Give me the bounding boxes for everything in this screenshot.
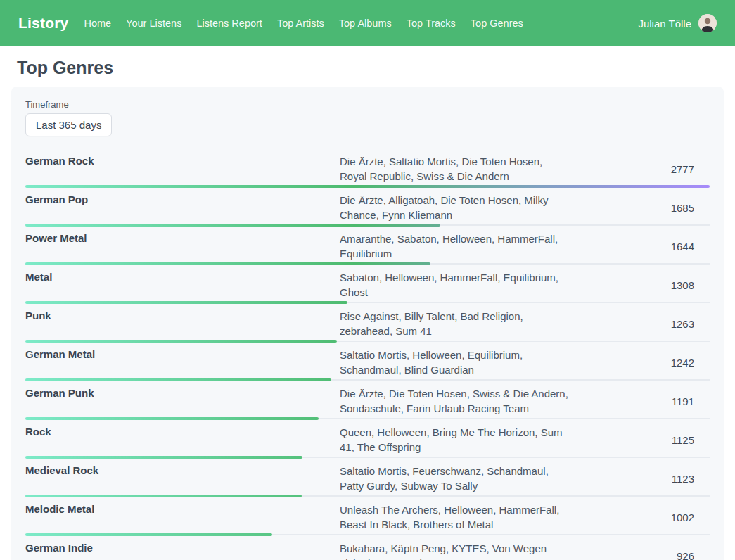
user-name: Julian Tölle xyxy=(638,18,691,30)
user-menu[interactable]: Julian Tölle xyxy=(638,14,717,32)
genre-row: Rock Queen, Helloween, Bring Me The Hori… xyxy=(25,420,710,459)
genre-count: 1685 xyxy=(569,202,710,214)
genre-artists: Bukahara, Käptn Peng, KYTES, Von Wegen L… xyxy=(340,541,569,560)
genre-name: German Metal xyxy=(25,348,340,377)
genre-row: Melodic Metal Unleash The Archers, Hello… xyxy=(25,497,710,536)
timeframe-filter: Timeframe Last 365 days xyxy=(25,99,710,136)
app-logo[interactable]: Listory xyxy=(18,15,68,32)
genre-artists: Saltatio Mortis, Helloween, Equilibrium,… xyxy=(340,348,569,377)
genre-row: German Indie Bukahara, Käptn Peng, KYTES… xyxy=(25,536,710,560)
genre-count: 1644 xyxy=(569,241,710,253)
nav-item-top-genres[interactable]: Top Genres xyxy=(471,18,523,29)
genre-name: Punk xyxy=(25,309,340,338)
genre-name: German Rock xyxy=(25,154,340,184)
timeframe-select[interactable]: Last 365 days xyxy=(25,113,112,136)
timeframe-label: Timeframe xyxy=(25,99,710,110)
main-content: Top Genres Timeframe Last 365 days Germa… xyxy=(0,58,735,560)
top-genres-card: Timeframe Last 365 days German Rock Die … xyxy=(11,87,724,560)
genre-count: 1308 xyxy=(569,279,710,291)
person-icon xyxy=(698,14,717,32)
genre-name: German Pop xyxy=(25,193,340,222)
genre-name: German Indie xyxy=(25,541,340,560)
genre-artists: Unleash The Archers, Helloween, HammerFa… xyxy=(340,502,569,532)
genre-artists: Saltatio Mortis, Feuerschwanz, Schandmau… xyxy=(340,464,569,493)
nav-item-listens-report[interactable]: Listens Report xyxy=(196,18,262,29)
main-nav: HomeYour ListensListens ReportTop Artist… xyxy=(84,18,523,29)
genre-artists: Queen, Helloween, Bring Me The Horizon, … xyxy=(340,425,569,454)
genre-name: Melodic Metal xyxy=(25,502,340,532)
genre-row: German Metal Saltatio Mortis, Helloween,… xyxy=(25,343,710,381)
genre-artists: Die Ärzte, Alligatoah, Die Toten Hosen, … xyxy=(340,193,569,222)
genre-row: Medieval Rock Saltatio Mortis, Feuerschw… xyxy=(25,459,710,497)
genre-name: Rock xyxy=(25,425,340,454)
genre-count: 1263 xyxy=(569,318,710,330)
app-header: Listory HomeYour ListensListens ReportTo… xyxy=(0,0,735,46)
genre-artists: Sabaton, Helloween, HammerFall, Equilibr… xyxy=(340,270,569,300)
genre-row: Punk Rise Against, Billy Talent, Bad Rel… xyxy=(25,304,710,343)
genre-count: 1191 xyxy=(569,395,710,407)
nav-item-top-tracks[interactable]: Top Tracks xyxy=(407,18,456,29)
genre-row: Metal Sabaton, Helloween, HammerFall, Eq… xyxy=(25,265,710,304)
genre-row: German Punk Die Ärzte, Die Toten Hosen, … xyxy=(25,381,710,420)
genre-artists: Die Ärzte, Saltatio Mortis, Die Toten Ho… xyxy=(340,154,569,184)
nav-item-your-listens[interactable]: Your Listens xyxy=(126,18,181,29)
genre-count: 1123 xyxy=(569,473,710,485)
genre-name: Metal xyxy=(25,270,340,300)
page-title: Top Genres xyxy=(17,58,724,78)
genre-count: 1002 xyxy=(569,511,710,523)
genre-name: German Punk xyxy=(25,386,340,416)
nav-item-top-artists[interactable]: Top Artists xyxy=(277,18,324,29)
genre-count: 1125 xyxy=(569,434,710,446)
genre-row: German Rock Die Ärzte, Saltatio Mortis, … xyxy=(25,149,710,188)
genre-artists: Rise Against, Billy Talent, Bad Religion… xyxy=(340,309,569,338)
genre-name: Power Metal xyxy=(25,231,340,261)
genre-count: 1242 xyxy=(569,357,710,369)
genre-artists: Die Ärzte, Die Toten Hosen, Swiss & Die … xyxy=(340,386,569,416)
user-avatar[interactable] xyxy=(698,14,717,32)
genres-table: German Rock Die Ärzte, Saltatio Mortis, … xyxy=(25,149,710,560)
genre-artists: Amaranthe, Sabaton, Helloween, HammerFal… xyxy=(340,231,569,261)
genre-name: Medieval Rock xyxy=(25,464,340,493)
nav-item-top-albums[interactable]: Top Albums xyxy=(339,18,392,29)
genre-count: 926 xyxy=(569,550,710,560)
genre-row: Power Metal Amaranthe, Sabaton, Hellowee… xyxy=(25,227,710,265)
genre-row: German Pop Die Ärzte, Alligatoah, Die To… xyxy=(25,188,710,227)
nav-item-home[interactable]: Home xyxy=(84,18,111,29)
genre-count: 2777 xyxy=(569,163,710,175)
